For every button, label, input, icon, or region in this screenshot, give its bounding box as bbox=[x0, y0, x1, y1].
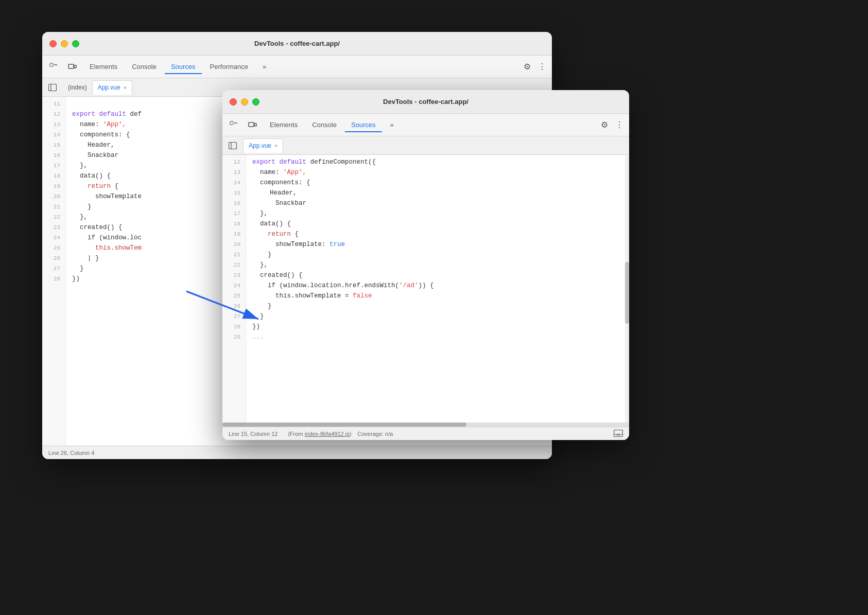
status-coverage-fg: Coverage: n/a bbox=[357, 431, 393, 437]
window-title-fg: DevTools - coffee-cart.app/ bbox=[383, 98, 468, 106]
fg-ln-12: 12 bbox=[222, 157, 246, 167]
svg-rect-4 bbox=[49, 84, 57, 91]
fg-ln-17: 17 bbox=[222, 208, 246, 219]
title-bar-fg: DevTools - coffee-cart.app/ bbox=[222, 90, 629, 114]
file-tab-appvue-fg[interactable]: App.vue × bbox=[243, 138, 283, 153]
file-tab-appvue-bg[interactable]: App.vue × bbox=[92, 80, 132, 95]
svg-rect-12 bbox=[229, 142, 237, 149]
device-icon-fg[interactable] bbox=[245, 118, 259, 132]
fg-ln-14: 14 bbox=[222, 178, 246, 188]
tab-more-fg[interactable]: » bbox=[384, 118, 400, 132]
maximize-button-fg[interactable] bbox=[252, 98, 259, 106]
tab-more-bg[interactable]: » bbox=[256, 60, 272, 74]
gear-icon-fg[interactable]: ⚙ bbox=[597, 118, 612, 132]
fg-ln-15: 15 bbox=[222, 188, 246, 198]
close-button-bg[interactable] bbox=[49, 40, 57, 47]
fg-code-line-12: export default defineComponent({ bbox=[252, 157, 619, 167]
code-area-fg: 12 13 14 15 16 17 18 19 20 21 22 23 24 2… bbox=[222, 155, 629, 427]
window-title-bg: DevTools - coffee-cart.app/ bbox=[254, 40, 340, 47]
ln-22: 22 bbox=[42, 212, 65, 222]
fg-ln-28: 28 bbox=[222, 322, 246, 332]
fg-code-line-22: }, bbox=[252, 260, 619, 270]
fg-ln-25: 25 bbox=[222, 291, 246, 301]
status-source-label: (From bbox=[288, 431, 304, 437]
sidebar-toggle-fg[interactable] bbox=[225, 138, 240, 153]
tab-console-bg[interactable]: Console bbox=[126, 60, 163, 74]
fg-code-line-15: Header, bbox=[252, 188, 619, 198]
fg-ln-27: 27 bbox=[222, 311, 246, 322]
fg-code-line-13: name: 'App', bbox=[252, 167, 619, 178]
svg-rect-14 bbox=[614, 430, 623, 436]
fg-code-line-25: this.showTemplate = false bbox=[252, 291, 619, 301]
line-numbers-bg: 11 12 13 14 15 16 17 18 19 20 21 22 23 2… bbox=[42, 97, 66, 446]
fg-code-line-24: if (window.location.href.endsWith('/ad')… bbox=[252, 280, 619, 291]
tab-sources-fg[interactable]: Sources bbox=[345, 118, 382, 132]
status-position-bg: Line 26, Column 4 bbox=[48, 450, 94, 456]
svg-rect-3 bbox=[74, 65, 76, 68]
fg-code-line-26: } bbox=[252, 301, 619, 311]
ln-19: 19 bbox=[42, 181, 65, 191]
file-tabs-fg: App.vue × bbox=[222, 136, 629, 155]
ln-28: 28 bbox=[42, 274, 65, 284]
tab-elements-fg[interactable]: Elements bbox=[264, 118, 304, 132]
device-icon-bg[interactable] bbox=[65, 60, 79, 74]
more-icon-bg[interactable]: ⋮ bbox=[536, 60, 548, 74]
tab-bar-bg: Elements Console Sources Performance » ⚙… bbox=[42, 56, 552, 78]
svg-rect-11 bbox=[254, 124, 256, 126]
fg-code-line-28: }) bbox=[252, 322, 619, 332]
fg-code-line-29: ... bbox=[252, 332, 619, 342]
close-button-fg[interactable] bbox=[230, 98, 237, 106]
svg-rect-8 bbox=[230, 121, 233, 125]
status-source-link[interactable]: index-8bfa4912.js bbox=[305, 431, 350, 437]
tab-console-fg[interactable]: Console bbox=[306, 118, 343, 132]
maximize-button-bg[interactable] bbox=[72, 40, 79, 47]
ln-20: 20 bbox=[42, 191, 65, 202]
file-tab-appvue-label-fg: App.vue bbox=[249, 142, 271, 149]
file-tab-index-label: (index) bbox=[68, 84, 87, 91]
scrollbar-fg[interactable] bbox=[625, 155, 629, 423]
fg-ln-21: 21 bbox=[222, 250, 246, 260]
fg-ln-13: 13 bbox=[222, 167, 246, 178]
horizontal-scrollbar-fg[interactable] bbox=[222, 423, 629, 427]
file-tab-appvue-label-bg: App.vue bbox=[98, 84, 120, 91]
tab-performance-bg[interactable]: Performance bbox=[204, 60, 254, 74]
fg-ln-29: 29 bbox=[222, 332, 246, 342]
fg-code-line-18: data() { bbox=[252, 219, 619, 229]
scrollbar-thumb-fg[interactable] bbox=[625, 262, 629, 324]
fg-ln-24: 24 bbox=[222, 280, 246, 291]
svg-rect-0 bbox=[50, 63, 53, 66]
ln-25: 25 bbox=[42, 243, 65, 253]
fg-ln-16: 16 bbox=[222, 198, 246, 208]
fg-code-line-14: components: { bbox=[252, 178, 619, 188]
tab-bar-fg: Elements Console Sources » ⚙ ⋮ bbox=[222, 114, 629, 136]
svg-rect-2 bbox=[68, 64, 74, 68]
ln-12: 12 bbox=[42, 109, 65, 119]
code-lines-fg[interactable]: export default defineComponent({ name: '… bbox=[246, 155, 629, 423]
minimize-button-fg[interactable] bbox=[241, 98, 248, 106]
more-icon-fg[interactable]: ⋮ bbox=[614, 118, 625, 132]
fg-code-line-21: } bbox=[252, 250, 619, 260]
tab-elements-bg[interactable]: Elements bbox=[83, 60, 124, 74]
tab-sources-bg[interactable]: Sources bbox=[165, 60, 202, 74]
gear-icon-bg[interactable]: ⚙ bbox=[520, 60, 534, 74]
ln-24: 24 bbox=[42, 233, 65, 243]
fg-ln-18: 18 bbox=[222, 219, 246, 229]
traffic-lights-bg bbox=[49, 40, 79, 47]
horizontal-scrollbar-thumb-fg[interactable] bbox=[222, 423, 466, 427]
selector-icon-bg[interactable] bbox=[46, 60, 61, 74]
file-tab-close-fg[interactable]: × bbox=[274, 143, 277, 149]
selector-icon-fg[interactable] bbox=[227, 118, 241, 132]
sidebar-toggle-bg[interactable] bbox=[45, 80, 60, 95]
file-tab-index[interactable]: (index) bbox=[63, 80, 92, 95]
ln-17: 17 bbox=[42, 161, 65, 171]
drawer-icon-fg[interactable] bbox=[614, 430, 623, 438]
ln-27: 27 bbox=[42, 263, 65, 274]
minimize-button-bg[interactable] bbox=[61, 40, 68, 47]
status-source-paren: ) bbox=[350, 431, 352, 437]
title-bar-bg: DevTools - coffee-cart.app/ bbox=[42, 32, 552, 56]
fg-code-line-23: created() { bbox=[252, 270, 619, 280]
code-editor-fg[interactable]: 12 13 14 15 16 17 18 19 20 21 22 23 24 2… bbox=[222, 155, 629, 423]
file-tab-close-bg[interactable]: × bbox=[124, 84, 127, 91]
ln-23: 23 bbox=[42, 222, 65, 233]
ln-18: 18 bbox=[42, 171, 65, 181]
